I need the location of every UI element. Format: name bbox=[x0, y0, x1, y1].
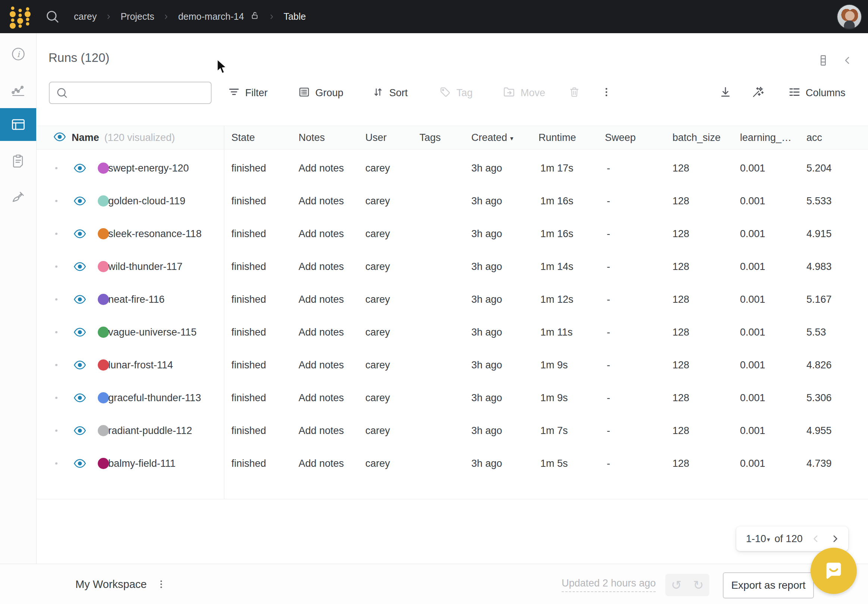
more-button[interactable] bbox=[601, 82, 612, 104]
download-button[interactable] bbox=[719, 82, 732, 104]
visibility-eye-icon[interactable] bbox=[53, 131, 67, 144]
column-header-notes[interactable]: Notes bbox=[299, 126, 325, 149]
breadcrumb-item-projects[interactable]: Projects bbox=[121, 11, 154, 22]
undo-icon[interactable]: ↺ bbox=[671, 579, 682, 591]
run-visibility-eye-icon[interactable] bbox=[73, 349, 87, 382]
sidebar-item-line-chart[interactable] bbox=[0, 73, 36, 106]
drag-handle[interactable] bbox=[55, 266, 57, 268]
group-button[interactable]: Group bbox=[298, 82, 343, 104]
run-name[interactable]: sleek-resonance-118 bbox=[108, 217, 202, 250]
chat-support-button[interactable] bbox=[811, 548, 857, 594]
drag-handle[interactable] bbox=[55, 364, 57, 366]
workspace-label[interactable]: My Workspace bbox=[75, 578, 147, 590]
drag-handle[interactable] bbox=[55, 233, 57, 235]
avatar[interactable] bbox=[837, 5, 861, 29]
drag-handle[interactable] bbox=[55, 331, 57, 333]
export-as-report-button[interactable]: Export as report bbox=[723, 572, 814, 598]
sidebar-item-broom[interactable] bbox=[0, 181, 36, 214]
panel-layout-icon[interactable] bbox=[817, 54, 830, 67]
workspace-menu-kebab-icon[interactable] bbox=[157, 578, 166, 590]
run-notes[interactable]: Add notes bbox=[299, 152, 344, 185]
run-row-swept-energy-120[interactable]: swept-energy-120finishedAdd notescarey3h… bbox=[37, 152, 868, 185]
redo-icon[interactable]: ↻ bbox=[693, 579, 704, 591]
run-row-radiant-puddle-112[interactable]: radiant-puddle-112finishedAdd notescarey… bbox=[37, 414, 868, 447]
run-visibility-eye-icon[interactable] bbox=[73, 217, 87, 250]
breadcrumb-item-table[interactable]: Table bbox=[284, 11, 306, 22]
run-row-vague-universe-115[interactable]: vague-universe-115finishedAdd notescarey… bbox=[37, 316, 868, 349]
run-name[interactable]: wild-thunder-117 bbox=[108, 250, 183, 283]
drag-handle[interactable] bbox=[55, 429, 57, 432]
run-notes[interactable]: Add notes bbox=[299, 283, 344, 316]
run-notes[interactable]: Add notes bbox=[299, 349, 344, 382]
breadcrumb-item-carey[interactable]: carey bbox=[74, 11, 97, 22]
run-visibility-eye-icon[interactable] bbox=[73, 316, 87, 349]
run-notes[interactable]: Add notes bbox=[299, 250, 344, 283]
run-sweep: - bbox=[607, 414, 610, 447]
columns-button[interactable]: Columns bbox=[788, 82, 846, 104]
run-created: 3h ago bbox=[471, 152, 502, 185]
run-row-neat-fire-116[interactable]: neat-fire-116finishedAdd notescarey3h ag… bbox=[37, 283, 868, 316]
sidebar-item-table[interactable] bbox=[0, 108, 36, 141]
next-page-icon[interactable] bbox=[830, 534, 840, 544]
name-column-header[interactable]: Name bbox=[72, 132, 99, 144]
column-header-created[interactable]: Created▾ bbox=[471, 126, 513, 149]
run-notes[interactable]: Add notes bbox=[299, 316, 344, 349]
breadcrumb-item-demo-march-14[interactable]: demo-march-14 bbox=[178, 11, 244, 22]
run-name[interactable]: vague-universe-115 bbox=[108, 316, 197, 349]
run-row-lunar-frost-114[interactable]: lunar-frost-114finishedAdd notescarey3h … bbox=[37, 349, 868, 382]
run-name[interactable]: swept-energy-120 bbox=[108, 152, 189, 185]
run-visibility-eye-icon[interactable] bbox=[73, 382, 87, 414]
run-visibility-eye-icon[interactable] bbox=[73, 414, 87, 447]
wandb-logo-icon[interactable] bbox=[6, 2, 31, 31]
run-row-sleek-resonance-118[interactable]: sleek-resonance-118finishedAdd notescare… bbox=[37, 217, 868, 250]
autocols-button[interactable] bbox=[751, 82, 765, 104]
run-row-wild-thunder-117[interactable]: wild-thunder-117finishedAdd notescarey3h… bbox=[37, 250, 868, 283]
run-visibility-eye-icon[interactable] bbox=[73, 283, 87, 316]
runs-search-box[interactable] bbox=[49, 82, 212, 104]
sidebar-item-info[interactable]: i bbox=[0, 38, 36, 71]
run-notes[interactable]: Add notes bbox=[299, 217, 344, 250]
drag-handle[interactable] bbox=[55, 397, 57, 399]
run-row-balmy-field-111[interactable]: balmy-field-111finishedAdd notescarey3h … bbox=[37, 447, 868, 480]
column-header-state[interactable]: State bbox=[231, 126, 255, 149]
run-name[interactable]: radiant-puddle-112 bbox=[108, 414, 192, 447]
column-header-tags[interactable]: Tags bbox=[420, 126, 441, 149]
run-name[interactable]: graceful-thunder-113 bbox=[108, 382, 201, 414]
run-name[interactable]: neat-fire-116 bbox=[108, 283, 164, 316]
run-user: carey bbox=[365, 152, 390, 185]
column-header-runtime[interactable]: Runtime bbox=[538, 126, 576, 149]
run-name[interactable]: lunar-frost-114 bbox=[108, 349, 173, 382]
column-header-batch_size[interactable]: batch_size bbox=[673, 126, 721, 149]
sort-button[interactable]: Sort bbox=[372, 82, 408, 104]
run-user: carey bbox=[365, 414, 390, 447]
sidebar-item-clipboard[interactable] bbox=[0, 145, 36, 178]
updated-timestamp[interactable]: Updated 2 hours ago bbox=[562, 578, 656, 592]
run-notes[interactable]: Add notes bbox=[299, 447, 344, 480]
filter-button[interactable]: Filter bbox=[228, 82, 268, 104]
column-header-sweep[interactable]: Sweep bbox=[605, 126, 636, 149]
drag-handle[interactable] bbox=[55, 167, 57, 169]
breadcrumb: careyProjectsdemo-march-14Table bbox=[74, 0, 306, 33]
page-range-dropdown[interactable]: 1-10 bbox=[746, 533, 766, 545]
run-visibility-eye-icon[interactable] bbox=[73, 185, 87, 217]
run-visibility-eye-icon[interactable] bbox=[73, 152, 87, 185]
column-header-acc[interactable]: acc bbox=[806, 126, 822, 149]
collapse-panel-icon[interactable] bbox=[842, 55, 853, 66]
column-header-user[interactable]: User bbox=[365, 126, 387, 149]
drag-handle[interactable] bbox=[55, 298, 57, 301]
run-visibility-eye-icon[interactable] bbox=[73, 250, 87, 283]
prev-page-icon[interactable] bbox=[811, 534, 821, 544]
run-notes[interactable]: Add notes bbox=[299, 414, 344, 447]
run-row-golden-cloud-119[interactable]: golden-cloud-119finishedAdd notescarey3h… bbox=[37, 185, 868, 217]
run-visibility-eye-icon[interactable] bbox=[73, 447, 87, 480]
column-header-learning_[interactable]: learning_… bbox=[740, 126, 792, 149]
drag-handle[interactable] bbox=[55, 462, 57, 465]
run-notes[interactable]: Add notes bbox=[299, 382, 344, 414]
run-name[interactable]: balmy-field-111 bbox=[108, 447, 176, 480]
run-notes[interactable]: Add notes bbox=[299, 185, 344, 217]
search-icon[interactable] bbox=[45, 9, 60, 24]
run-name[interactable]: golden-cloud-119 bbox=[108, 185, 186, 217]
run-row-graceful-thunder-113[interactable]: graceful-thunder-113finishedAdd notescar… bbox=[37, 382, 868, 414]
drag-handle[interactable] bbox=[55, 200, 57, 202]
search-input[interactable] bbox=[68, 82, 211, 103]
